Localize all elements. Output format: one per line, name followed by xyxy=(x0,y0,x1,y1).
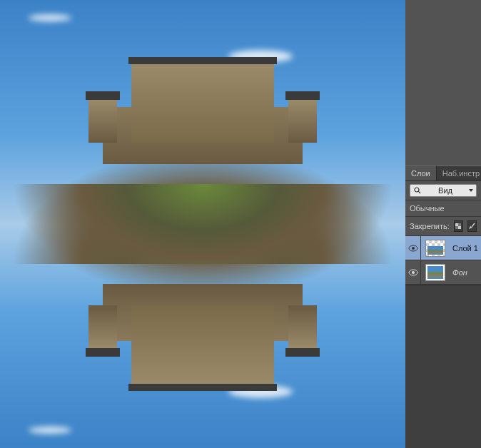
svg-line-6 xyxy=(472,223,475,227)
panel-empty-area xyxy=(405,285,481,448)
layer-thumbnail[interactable] xyxy=(425,240,445,257)
cloud xyxy=(29,14,71,21)
svg-line-1 xyxy=(418,191,420,193)
filter-kind-dropdown[interactable]: Вид xyxy=(410,184,477,197)
castle xyxy=(74,64,331,171)
brush-icon xyxy=(468,223,475,230)
svg-point-8 xyxy=(412,247,415,250)
castle-reflection xyxy=(74,277,331,384)
layer-item[interactable]: Слой 1 xyxy=(405,236,481,260)
layers-list: Слой 1 Фон xyxy=(405,236,481,285)
eye-icon xyxy=(408,269,418,276)
document-canvas[interactable] xyxy=(0,0,405,448)
visibility-toggle[interactable] xyxy=(405,260,421,284)
svg-point-0 xyxy=(415,188,419,192)
layers-panel: Слои Наб.инстр Вид Обычные Закрепить: xyxy=(405,166,481,285)
lock-brush-button[interactable] xyxy=(467,220,477,232)
panel-tab-bar: Слои Наб.инстр xyxy=(405,166,481,181)
lock-label: Закрепить: xyxy=(410,222,450,230)
cloud-reflection xyxy=(29,427,71,434)
lock-row: Закрепить: xyxy=(405,217,481,236)
tab-layers[interactable]: Слои xyxy=(405,166,437,180)
layer-item[interactable]: Фон xyxy=(405,260,481,285)
blend-mode-dropdown[interactable]: Обычные xyxy=(405,200,481,217)
filter-kind-label: Вид xyxy=(438,186,452,195)
lock-pixels-button[interactable] xyxy=(454,220,463,232)
lock-pixels-icon xyxy=(455,223,462,230)
eye-icon xyxy=(408,245,418,252)
layer-thumbnail[interactable] xyxy=(425,264,445,281)
svg-rect-2 xyxy=(455,223,458,226)
svg-rect-4 xyxy=(458,223,461,226)
layer-name-label[interactable]: Фон xyxy=(452,268,467,277)
panels-dock: Слои Наб.инстр Вид Обычные Закрепить: xyxy=(405,0,481,448)
svg-rect-3 xyxy=(458,226,461,229)
svg-point-10 xyxy=(412,271,415,274)
chevron-down-icon xyxy=(469,189,473,192)
dock-spacer xyxy=(405,0,481,166)
layer-name-label[interactable]: Слой 1 xyxy=(452,244,478,253)
search-icon xyxy=(413,186,422,195)
blend-mode-label: Обычные xyxy=(410,204,445,213)
layer-filter-row: Вид xyxy=(405,181,481,200)
tab-toolsets[interactable]: Наб.инстр xyxy=(437,166,481,180)
visibility-toggle[interactable] xyxy=(405,236,421,260)
svg-rect-5 xyxy=(455,226,458,229)
